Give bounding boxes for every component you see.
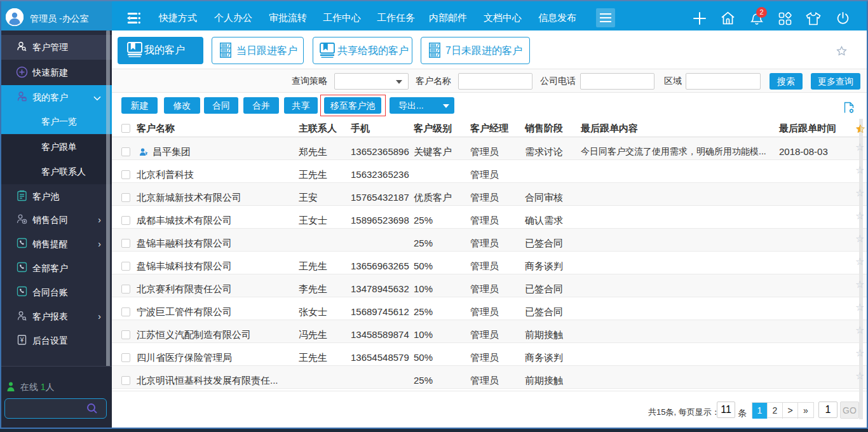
svg-text:¥: ¥ xyxy=(19,337,24,344)
